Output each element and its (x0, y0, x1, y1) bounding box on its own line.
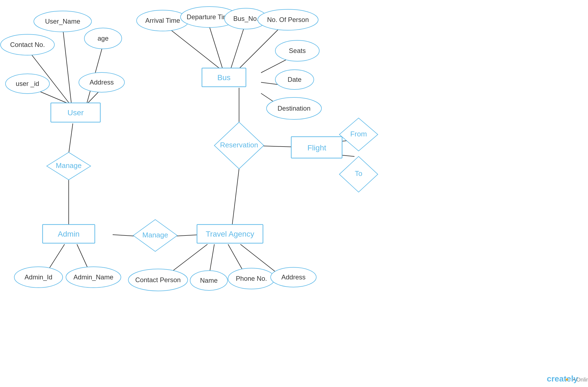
attr-seats-label: Seats (289, 47, 306, 54)
entity-admin-label: Admin (58, 230, 79, 238)
svg-line-5 (69, 124, 73, 154)
attr-agency-address-label: Address (281, 273, 306, 281)
svg-line-20 (232, 169, 239, 225)
attr-name-label: Name (200, 277, 218, 284)
svg-line-13 (231, 26, 245, 69)
relation-manage2-label: Manage (142, 231, 168, 239)
svg-line-14 (239, 27, 280, 69)
relation-reservation-label: Reservation (220, 141, 258, 149)
entity-travel-agency-label: Travel Agency (206, 230, 254, 238)
svg-line-22 (341, 155, 354, 156)
attr-date-label: Date (288, 76, 302, 83)
entity-flight-label: Flight (307, 144, 326, 152)
brand-dot (566, 378, 568, 381)
relation-from-label: From (350, 130, 367, 138)
relation-manage1-label: Manage (56, 161, 82, 170)
entity-bus-label: Bus (217, 73, 231, 82)
attr-admin-id-label: Admin_Id (24, 273, 52, 281)
relation-to-label: To (355, 169, 362, 178)
attr-arrival-time-label: Arrival Time (145, 17, 180, 24)
attr-user-name-label: User_Name (45, 18, 80, 25)
attr-no-of-person-label: No. Of Person (267, 16, 309, 23)
brand-subtext: • Online Diagramming (573, 377, 588, 383)
attr-bus-no-label: Bus_No. (233, 15, 259, 22)
attr-user-address-label: Address (90, 78, 114, 86)
svg-line-0 (63, 32, 71, 104)
er-diagram: User Admin Bus Flight Travel Agency User… (0, 0, 588, 387)
attr-destination-label: Destination (278, 105, 310, 112)
attr-phone-no-label: Phone No. (236, 275, 267, 282)
attr-admin-name-label: Admin_Name (73, 273, 113, 281)
attr-contact-person-label: Contact Person (135, 276, 181, 284)
attr-age-label: age (98, 35, 109, 42)
entity-user-label: User (67, 108, 84, 117)
svg-line-9 (113, 235, 135, 236)
svg-line-11 (168, 27, 220, 69)
attr-contact-no-label: Contact No. (10, 41, 45, 48)
attr-user-id-label: user _id (16, 80, 39, 87)
svg-line-12 (209, 25, 223, 69)
